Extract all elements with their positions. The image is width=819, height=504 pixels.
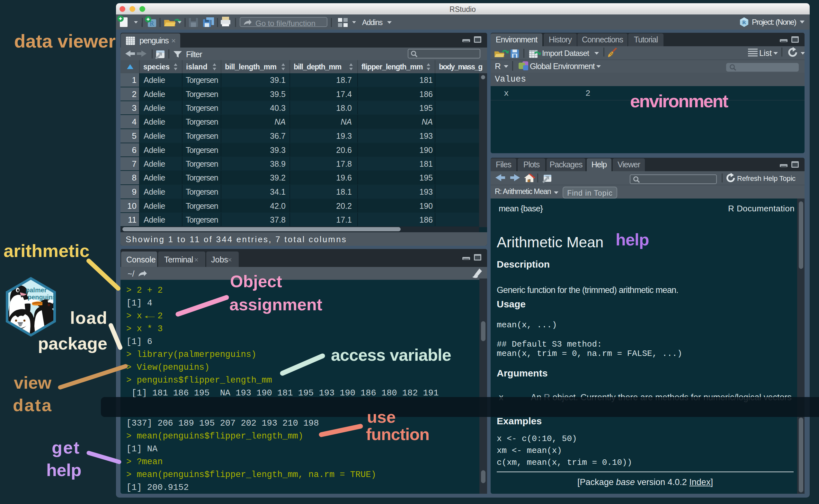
svg-text:penguins: penguins <box>28 294 56 301</box>
svg-text:palmer: palmer <box>26 287 47 294</box>
